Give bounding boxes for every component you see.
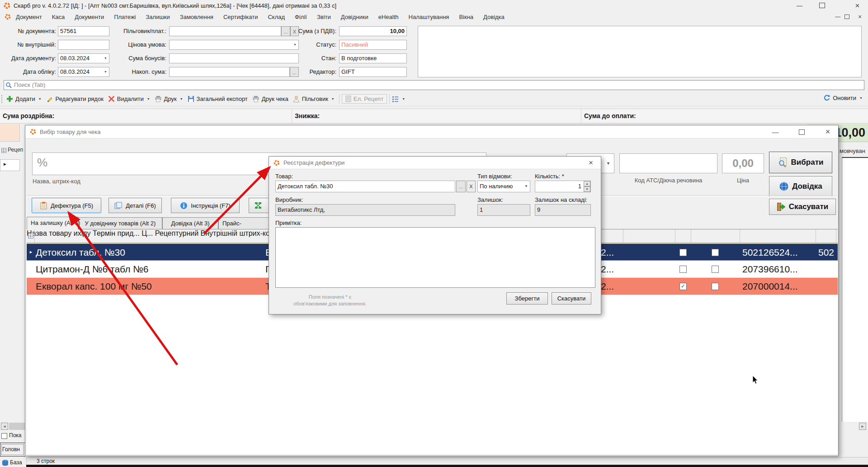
atc-input[interactable] [619,153,717,173]
rx-checkbox[interactable] [712,266,719,273]
maximize-icon[interactable] [819,3,825,8]
menu-item-stock[interactable]: Залишки [141,14,175,20]
search-bar[interactable]: Поиск (Tab) [4,80,864,90]
chevron-down-icon: ▼ [331,97,335,100]
minimize-icon[interactable]: — [766,125,785,138]
tab-product-directory[interactable]: У довіднику товарів (Alt 2) [78,217,162,229]
menu-item-payments[interactable]: Платежі [109,14,141,20]
doc-number-field[interactable]: 57561 [58,26,109,36]
chevron-down-icon[interactable]: ▼ [104,67,107,76]
sum-vat-field[interactable]: 10,00 [339,26,407,36]
beneficiary-field[interactable] [169,26,281,36]
close-icon[interactable]: × [583,157,599,169]
stepper-down-icon[interactable]: ▼ [584,186,590,192]
rx-checkbox[interactable] [712,249,719,256]
selected-row-marker-icon: ► [29,250,33,254]
menu-item-documents[interactable]: Документи [70,14,109,20]
menu-item-certificates[interactable]: Сертифікати [218,14,263,20]
column-divider [836,229,836,243]
beneficiary-label: Пільговик/плат.: [108,26,166,36]
cell-barcode: 502126524... [742,244,798,261]
product-field[interactable]: Детоксил табл. №30 [275,181,455,192]
refresh-button[interactable]: Оновити ▼ [823,94,863,101]
menu-item-windows[interactable]: Вікна [454,14,478,20]
doc-date-field[interactable]: 08.03.2024 ▼ [58,53,109,63]
menu-item-document[interactable]: Документ [11,14,47,20]
quantity-stepper[interactable]: 1 [535,181,591,192]
maximize-icon[interactable] [792,125,811,138]
floppy-icon [188,95,194,102]
close-icon[interactable]: × [847,0,868,11]
instruction-button-label: Інструкція (F7) [191,202,230,209]
list-options-button[interactable]: ▼ [392,96,405,102]
rx-checkbox[interactable] [712,283,719,290]
hscroll-thumb[interactable] [9,423,25,430]
state-label: Стан: [271,53,336,63]
delete-button[interactable]: Видалити ▼ [108,95,150,102]
add-button-label: Додати [15,95,35,102]
refusal-type-select[interactable]: По наличию ▼ [477,181,530,192]
minimize-icon[interactable]: — [789,0,810,11]
note-textarea[interactable] [275,227,595,288]
dialog-cancel-button[interactable]: Скасувати [769,199,836,215]
stepper-up-icon[interactable]: ▲ [584,181,590,186]
help-button[interactable]: Довідка [769,176,832,197]
menu-item-settings[interactable]: Налаштування [404,14,454,20]
general-export-button[interactable]: Загальний експорт [188,95,248,102]
product-browse-button[interactable]: ... [456,181,466,192]
mdi-minimize-icon[interactable]: — [833,11,842,22]
hscroll-left-button[interactable]: ◄ [1,423,8,430]
details-button[interactable]: Деталі (F6) [108,198,162,213]
app-logo-icon [4,2,10,9]
column-header-date-cut[interactable]: ихіду [74,229,91,237]
comment-panel[interactable] [418,26,862,77]
tab-price-partial[interactable]: Прайс- [218,217,269,229]
warehouse-stock-label: Залишок на складі: [535,195,587,205]
mdi-close-icon[interactable]: × [855,11,864,22]
menu-item-kasa[interactable]: Каса [47,14,70,20]
defect-dialog-titlebar[interactable]: Реєстрація дефектури [269,157,601,169]
account-date-field[interactable]: 08.03.2024 ▼ [58,67,109,77]
main-tab-button-cut[interactable]: Головн [0,443,25,457]
tab-help[interactable]: Довідка (Alt 3) [162,217,218,229]
price-checkbox[interactable]: ✓ [679,283,687,290]
instruction-button[interactable]: Інструкція (F7) [171,198,240,213]
menu-item-ehealth[interactable]: eHealth [373,14,404,20]
close-icon[interactable]: × [818,125,837,138]
hscroll-right-button[interactable]: ► [859,423,866,430]
beneficiary-button[interactable]: Пільговик ▼ [293,95,335,102]
defect-button[interactable]: Дефектура (F5) [32,198,101,213]
menu-item-orders[interactable]: Замовлення [175,14,218,20]
product-dialog-titlebar[interactable]: Вибір товару для чека [25,125,838,138]
price-checkbox[interactable] [679,266,687,273]
cell-product-name: Детоксил табл. №30 [36,244,125,261]
print-receipt-button[interactable]: Друк чека [252,95,288,102]
column-header-rx[interactable]: Рецептурний [155,229,198,237]
tab-on-stock[interactable]: На залишку (Alt 1) [27,217,78,229]
column-header-term[interactable]: Термін прид... [93,229,140,237]
menu-item-reports[interactable]: Звіти [312,14,336,20]
show-checkbox[interactable] [1,433,7,439]
column-header-price-cut[interactable]: Ц... [142,229,153,237]
product-clear-button[interactable]: X [467,181,476,192]
price-checkbox[interactable] [679,249,687,256]
column-header-barcode[interactable]: Внутрішній штрих-код [201,229,274,237]
column-divider [691,229,691,243]
print-button-label: Друк [164,95,177,102]
chevron-down-icon: ▼ [859,96,863,100]
internal-number-field[interactable] [58,40,109,50]
menu-item-branches[interactable]: Філії [290,14,312,20]
select-button[interactable]: Вибрати [769,152,832,173]
recipe-label-cut: Рецеп [8,147,23,153]
edit-row-button[interactable]: Редагувати рядок [46,95,104,103]
menu-item-help[interactable]: Довідка [478,14,509,20]
menu-item-directories[interactable]: Довідники [336,14,373,20]
mdi-restore-icon[interactable] [844,14,849,19]
menu-item-warehouse[interactable]: Склад [263,14,290,20]
print-button[interactable]: Друк ▼ [155,95,183,102]
chevron-down-icon[interactable]: ▼ [104,54,107,63]
chevron-down-icon: ▼ [524,181,528,192]
save-button[interactable]: Зберегти [506,292,548,305]
add-button[interactable]: Додати ▼ [6,95,42,102]
cancel-button[interactable]: Скасувати [552,292,591,305]
